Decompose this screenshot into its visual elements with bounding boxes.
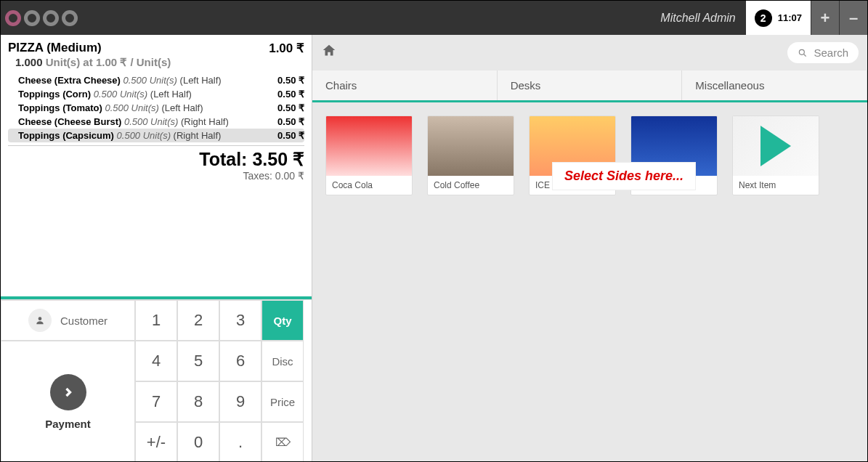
mode-price-button[interactable]: Price xyxy=(261,381,304,422)
numpad-0[interactable]: 0 xyxy=(177,422,219,462)
callout-annotation: Select Sides here... xyxy=(552,162,696,190)
order-tab-active[interactable]: 2 11:07 xyxy=(746,1,811,35)
numpad-7[interactable]: 7 xyxy=(135,381,177,422)
numpad-plusminus[interactable]: +/- xyxy=(135,422,177,462)
logo-o4 xyxy=(62,10,78,26)
numpad-4[interactable]: 4 xyxy=(135,341,177,381)
logo xyxy=(5,10,78,26)
order-count-badge: 2 xyxy=(755,9,772,27)
order-tabs: 2 11:07 + – xyxy=(746,1,867,35)
product-card[interactable]: Next Item xyxy=(732,115,819,195)
mode-qty-button[interactable]: Qty xyxy=(261,300,304,341)
order-total: Total: 3.50 ₹ xyxy=(8,149,304,170)
orderline-mod[interactable]: Cheese (Extra Cheese) 0.500 Unit(s) (Lef… xyxy=(8,73,304,87)
numpad-dot[interactable]: . xyxy=(219,422,261,462)
order-time: 11:07 xyxy=(778,12,802,23)
category-tab[interactable]: Miscellaneous xyxy=(682,70,867,100)
product-card[interactable]: Cold Coffee xyxy=(427,115,514,195)
product-image xyxy=(733,116,819,176)
numpad-5[interactable]: 5 xyxy=(177,341,219,381)
numpad-2[interactable]: 2 xyxy=(177,300,219,341)
numpad-6[interactable]: 6 xyxy=(219,341,261,381)
product-grid: Coca ColaCold CoffeeICE TEAPepsiNext Ite… xyxy=(312,102,867,208)
add-order-button[interactable]: + xyxy=(811,1,839,35)
numpad: Customer 1 2 3 Qty Payment 4 5 6 Disc 7 … xyxy=(1,299,312,462)
orderline-mod[interactable]: Toppings (Capsicum) 0.500 Unit(s) (Right… xyxy=(8,129,304,142)
product-name: Coca Cola xyxy=(326,176,412,195)
numpad-3[interactable]: 3 xyxy=(219,300,261,341)
product-image xyxy=(428,116,514,176)
search-input[interactable]: Search xyxy=(787,42,859,63)
orderline-qty: 1.000 Unit(s) at 1.00 ₹ / Unit(s) xyxy=(15,56,304,69)
product-name: Next Item xyxy=(733,176,819,195)
logo-o1 xyxy=(5,10,21,26)
svg-point-0 xyxy=(38,317,42,320)
product-name: Cold Coffee xyxy=(428,176,514,195)
remove-order-button[interactable]: – xyxy=(840,1,867,35)
category-tab[interactable]: Desks xyxy=(498,70,683,100)
customer-button[interactable]: Customer xyxy=(1,300,135,341)
product-card[interactable]: Coca Cola xyxy=(325,115,413,195)
logo-o2 xyxy=(24,10,40,26)
search-icon xyxy=(798,48,808,58)
logo-o3 xyxy=(43,10,59,26)
play-icon xyxy=(760,126,791,166)
orderline-title: PIZZA (Medium) xyxy=(8,41,102,56)
backspace-button[interactable]: ⌦ xyxy=(261,422,304,462)
user-icon xyxy=(28,309,52,332)
orderline-mod[interactable]: Toppings (Tomato) 0.500 Unit(s) (Left Ha… xyxy=(8,101,304,115)
mode-disc-button[interactable]: Disc xyxy=(261,341,304,381)
chevron-right-icon xyxy=(50,374,86,410)
order-taxes: Taxes: 0.00 ₹ xyxy=(8,170,304,182)
topbar: Mitchell Admin 2 11:07 + – xyxy=(1,1,867,35)
product-panel: Search ChairsDesksMiscellaneous Coca Col… xyxy=(312,35,867,462)
numpad-8[interactable]: 8 xyxy=(177,381,219,422)
orderline-mod[interactable]: Cheese (Cheese Burst) 0.500 Unit(s) (Rig… xyxy=(8,115,304,129)
numpad-1[interactable]: 1 xyxy=(135,300,177,341)
category-tab[interactable]: Chairs xyxy=(312,70,498,100)
category-tabs: ChairsDesksMiscellaneous xyxy=(312,70,867,102)
order-panel: PIZZA (Medium) 1.00 ₹ 1.000 Unit(s) at 1… xyxy=(1,35,312,462)
product-image xyxy=(326,116,412,176)
numpad-9[interactable]: 9 xyxy=(219,381,261,422)
username[interactable]: Mitchell Admin xyxy=(660,12,745,25)
payment-button[interactable]: Payment xyxy=(1,341,135,462)
orderline-mod[interactable]: Toppings (Corn) 0.500 Unit(s) (Left Half… xyxy=(8,87,304,101)
orderline-price: 1.00 ₹ xyxy=(269,41,304,56)
home-icon[interactable] xyxy=(321,43,337,62)
svg-point-1 xyxy=(800,49,805,54)
